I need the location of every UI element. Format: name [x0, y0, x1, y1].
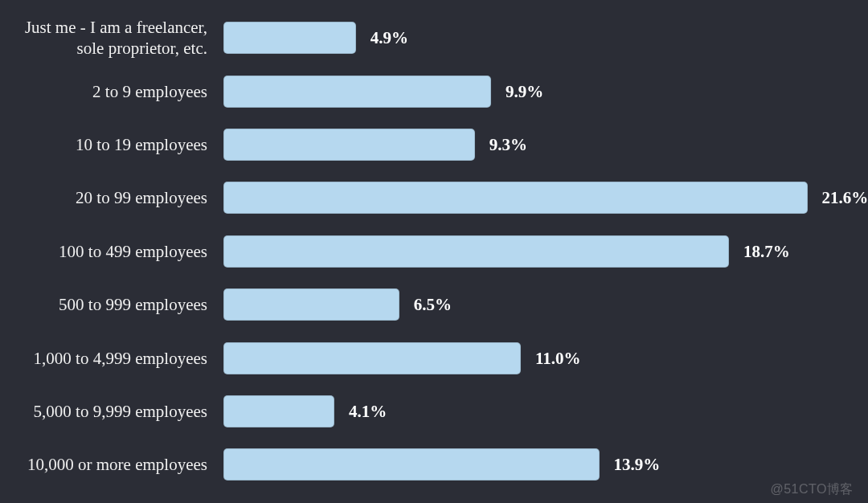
chart-row: 500 to 999 employees6.5% — [8, 278, 858, 331]
chart-row: 2 to 9 employees9.9% — [8, 64, 858, 117]
value-label: 18.7% — [743, 241, 790, 261]
chart-row: 5,000 to 9,999 employees4.1% — [8, 385, 858, 438]
category-label: 10,000 or more employees — [8, 454, 211, 475]
bar — [223, 76, 491, 108]
bar — [223, 395, 334, 427]
chart-row: 10 to 19 employees9.3% — [8, 118, 858, 171]
bar-track: 13.9% — [223, 448, 818, 481]
chart-row: Just me - I am a freelancer, sole propri… — [8, 11, 858, 64]
category-label: 20 to 99 employees — [8, 187, 211, 208]
watermark-text: @51CTO博客 — [770, 481, 854, 498]
value-label: 4.1% — [349, 401, 387, 421]
category-label: 1,000 to 4,999 employees — [8, 347, 211, 368]
bar-track: 11.0% — [223, 342, 818, 374]
value-label: 13.9% — [614, 455, 661, 475]
value-label: 9.9% — [506, 81, 543, 101]
value-label: 9.3% — [489, 134, 527, 154]
category-label: Just me - I am a freelancer, sole propri… — [8, 17, 211, 59]
value-label: 11.0% — [535, 348, 581, 368]
value-label: 6.5% — [414, 295, 452, 315]
value-label: 4.9% — [371, 28, 408, 48]
chart-row: 1,000 to 4,999 employees11.0% — [8, 331, 858, 384]
chart-row: 100 to 499 employees18.7% — [8, 225, 858, 278]
bar-track: 18.7% — [223, 235, 818, 268]
bar — [223, 129, 475, 161]
category-label: 100 to 499 employees — [8, 241, 211, 262]
bar-track: 21.6% — [223, 182, 818, 214]
category-label: 5,000 to 9,999 employees — [8, 401, 211, 422]
category-label: 2 to 9 employees — [8, 80, 211, 101]
bar — [223, 288, 399, 321]
bar-track: 6.5% — [223, 288, 818, 321]
bar — [223, 182, 808, 214]
bar-track: 4.1% — [223, 395, 818, 427]
bar-track: 4.9% — [223, 22, 818, 54]
chart-row: 20 to 99 employees21.6% — [8, 171, 858, 224]
bar-track: 9.3% — [223, 129, 818, 161]
category-label: 500 to 999 employees — [8, 294, 211, 315]
bar — [223, 342, 521, 374]
horizontal-bar-chart: Just me - I am a freelancer, sole propri… — [8, 11, 858, 492]
bar — [223, 448, 600, 481]
bar-track: 9.9% — [223, 76, 818, 108]
chart-row: 10,000 or more employees13.9% — [8, 438, 858, 491]
bar — [223, 235, 729, 268]
value-label: 21.6% — [822, 188, 868, 208]
category-label: 10 to 19 employees — [8, 134, 211, 155]
bar — [223, 22, 356, 54]
